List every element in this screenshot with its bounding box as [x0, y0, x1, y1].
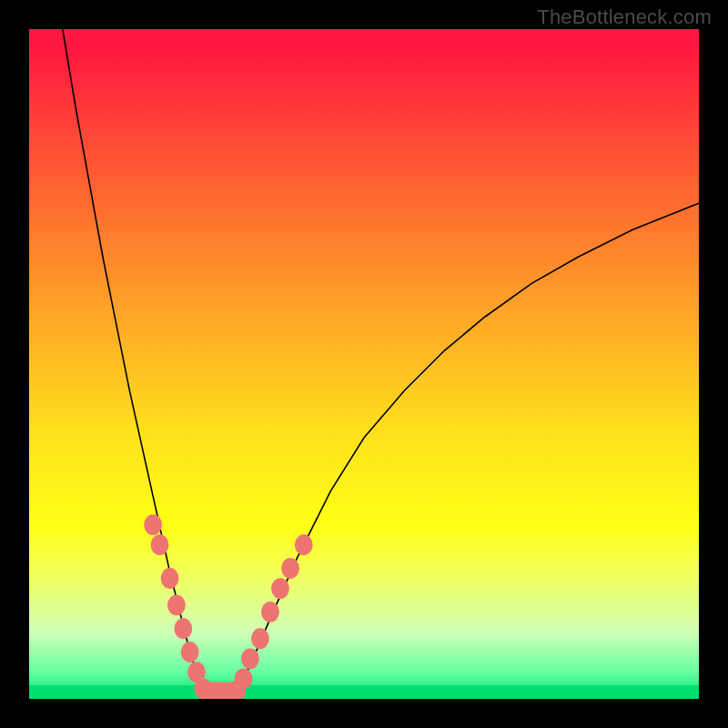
watermark-text: TheBottleneck.com: [537, 5, 712, 29]
curve-marker: [235, 669, 253, 690]
curve-marker: [144, 514, 162, 535]
curve-svg: [29, 29, 699, 699]
bottleneck-curve: [63, 29, 699, 699]
marker-group: [144, 514, 312, 699]
curve-marker: [181, 642, 199, 662]
curve-marker: [167, 595, 186, 616]
curve-marker: [241, 648, 259, 669]
curve-marker: [281, 558, 299, 579]
curve-marker: [151, 534, 169, 555]
curve-marker: [271, 578, 289, 599]
curve-marker: [295, 534, 313, 555]
curve-marker: [251, 628, 269, 649]
curve-marker: [261, 602, 279, 622]
curve-marker: [174, 618, 192, 639]
plot-area: [29, 29, 699, 699]
chart-frame: TheBottleneck.com: [0, 0, 728, 728]
curve-marker: [161, 568, 179, 589]
